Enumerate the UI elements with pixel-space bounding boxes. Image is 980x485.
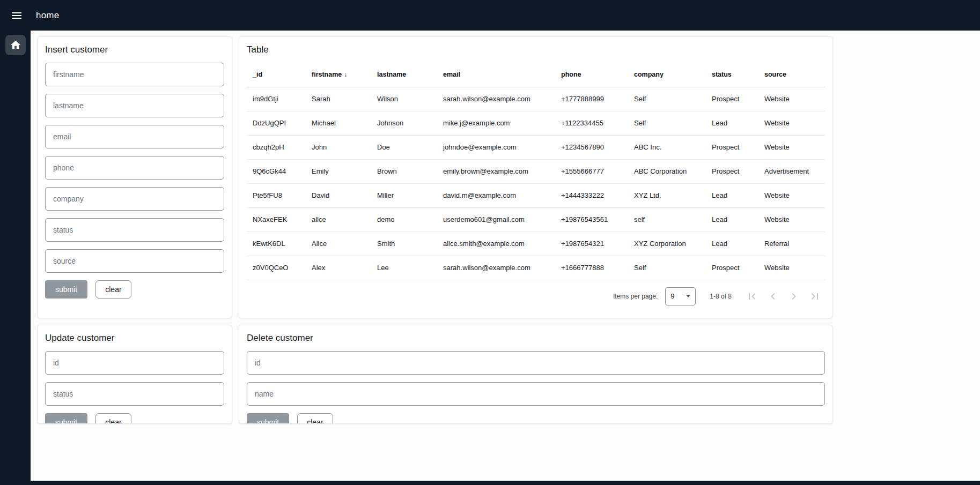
- previous-page-button[interactable]: [762, 286, 783, 307]
- insert-customer-card: Insert customer submit clear: [37, 36, 232, 318]
- cell-email: alice.smith@example.com: [437, 232, 555, 256]
- cell-lastname: Wilson: [371, 87, 437, 111]
- table-row: z0V0QCeO Alex Lee sarah.wilson@example.c…: [247, 256, 825, 280]
- cell-phone: +1444333222: [555, 183, 628, 207]
- cell-phone: +1234567890: [555, 135, 628, 159]
- cell-phone: +1555666777: [555, 159, 628, 183]
- update-status-input[interactable]: [45, 382, 224, 406]
- cell-status: Prospect: [706, 135, 758, 159]
- cell-lastname: Miller: [371, 183, 437, 207]
- column-header-source[interactable]: source: [758, 63, 825, 87]
- cell-email: sarah.wilson@example.com: [437, 256, 555, 280]
- source-input[interactable]: [45, 249, 224, 273]
- cell-lastname: demo: [371, 207, 437, 232]
- next-page-button[interactable]: [783, 286, 804, 307]
- update-id-input[interactable]: [45, 351, 224, 375]
- firstname-input[interactable]: [45, 63, 224, 86]
- table-paginator: Items per page: 9 1-8 of 8: [247, 280, 825, 310]
- column-header-lastname[interactable]: lastname: [371, 63, 437, 87]
- cell-source: Website: [758, 207, 825, 232]
- update-card-title: Update customer: [45, 333, 224, 344]
- cell-id: kEwtK6DL: [247, 232, 306, 256]
- last-page-icon: [808, 290, 821, 303]
- app-screen: home Insert customer: [0, 0, 980, 485]
- table-row: im9dGtji Sarah Wilson sarah.wilson@examp…: [247, 87, 825, 111]
- delete-name-input[interactable]: [247, 382, 825, 406]
- cell-id: cbzqh2pH: [247, 135, 306, 159]
- customers-table: _id firstname↓ lastname email phone comp…: [247, 63, 825, 280]
- cell-lastname: Doe: [371, 135, 437, 159]
- update-submit-button[interactable]: submit: [45, 413, 87, 424]
- last-page-button[interactable]: [804, 286, 825, 307]
- top-navbar: home: [0, 0, 980, 31]
- table-row: DdzUgQPI Michael Johnson mike.j@example.…: [247, 111, 825, 135]
- cell-lastname: Smith: [371, 232, 437, 256]
- page-title: home: [36, 10, 59, 21]
- column-header-company-label: company: [634, 71, 664, 78]
- status-input[interactable]: [45, 218, 224, 242]
- lastname-input[interactable]: [45, 94, 224, 117]
- cell-email: johndoe@example.com: [437, 135, 555, 159]
- cell-phone: +1987654321: [555, 232, 628, 256]
- cell-email: sarah.wilson@example.com: [437, 87, 555, 111]
- column-header-firstname-label: firstname: [312, 71, 342, 78]
- cell-status: Prospect: [706, 87, 758, 111]
- cell-firstname: Alex: [306, 256, 371, 280]
- cell-company: ABC Inc.: [628, 135, 706, 159]
- cell-lastname: Lee: [371, 256, 437, 280]
- first-page-button[interactable]: [741, 286, 762, 307]
- cell-company: Self: [628, 87, 706, 111]
- column-header-lastname-label: lastname: [377, 71, 406, 78]
- cell-email: david.m@example.com: [437, 183, 555, 207]
- delete-clear-button[interactable]: clear: [297, 413, 333, 424]
- insert-card-title: Insert customer: [45, 44, 224, 55]
- page-size-value: 9: [670, 292, 674, 300]
- cell-lastname: Johnson: [371, 111, 437, 135]
- page-size-select[interactable]: 9: [665, 287, 696, 305]
- column-header-phone-label: phone: [561, 71, 581, 78]
- cell-firstname: Sarah: [306, 87, 371, 111]
- table-card: Table _id firstname↓ lastname email: [239, 36, 833, 318]
- items-per-page-label: Items per page:: [613, 293, 658, 300]
- column-header-id[interactable]: _id: [247, 63, 306, 87]
- cell-id: NXaxeFEK: [247, 207, 306, 232]
- column-header-id-label: _id: [253, 71, 262, 78]
- cell-source: Advertisement: [758, 159, 825, 183]
- email-input[interactable]: [45, 125, 224, 148]
- update-customer-card: Update customer submit clear: [37, 325, 232, 424]
- chevron-left-icon: [767, 290, 779, 303]
- cell-company: XYZ Corporation: [628, 232, 706, 256]
- cell-source: Website: [758, 87, 825, 111]
- sidebar-home-button[interactable]: [5, 35, 26, 55]
- cell-company: Self: [628, 111, 706, 135]
- menu-button[interactable]: [9, 8, 25, 24]
- cell-firstname: John: [306, 135, 371, 159]
- update-clear-button[interactable]: clear: [95, 413, 131, 424]
- dropdown-caret-icon: [686, 295, 690, 297]
- cell-firstname: David: [306, 183, 371, 207]
- column-header-company[interactable]: company: [628, 63, 706, 87]
- company-input[interactable]: [45, 187, 224, 211]
- cell-source: Website: [758, 256, 825, 280]
- column-header-email[interactable]: email: [437, 63, 555, 87]
- cell-firstname: Michael: [306, 111, 371, 135]
- column-header-firstname[interactable]: firstname↓: [306, 63, 371, 87]
- insert-submit-button[interactable]: submit: [45, 280, 87, 299]
- table-card-title: Table: [247, 44, 825, 55]
- cell-status: Lead: [706, 111, 758, 135]
- cell-id: z0V0QCeO: [247, 256, 306, 280]
- cell-lastname: Brown: [371, 159, 437, 183]
- table-row: 9Q6cGk44 Emily Brown emily.brown@example…: [247, 159, 825, 183]
- insert-clear-button[interactable]: clear: [95, 280, 131, 299]
- table-row: kEwtK6DL Alice Smith alice.smith@example…: [247, 232, 825, 256]
- delete-submit-button[interactable]: submit: [247, 413, 289, 424]
- column-header-source-label: source: [764, 71, 786, 78]
- paginator-range-label: 1-8 of 8: [710, 293, 732, 300]
- column-header-status[interactable]: status: [706, 63, 758, 87]
- delete-id-input[interactable]: [247, 351, 825, 375]
- first-page-icon: [746, 290, 758, 303]
- phone-input[interactable]: [45, 156, 224, 180]
- table-header-row: _id firstname↓ lastname email phone comp…: [247, 63, 825, 87]
- cell-id: Pte5fFU8: [247, 183, 306, 207]
- column-header-phone[interactable]: phone: [555, 63, 628, 87]
